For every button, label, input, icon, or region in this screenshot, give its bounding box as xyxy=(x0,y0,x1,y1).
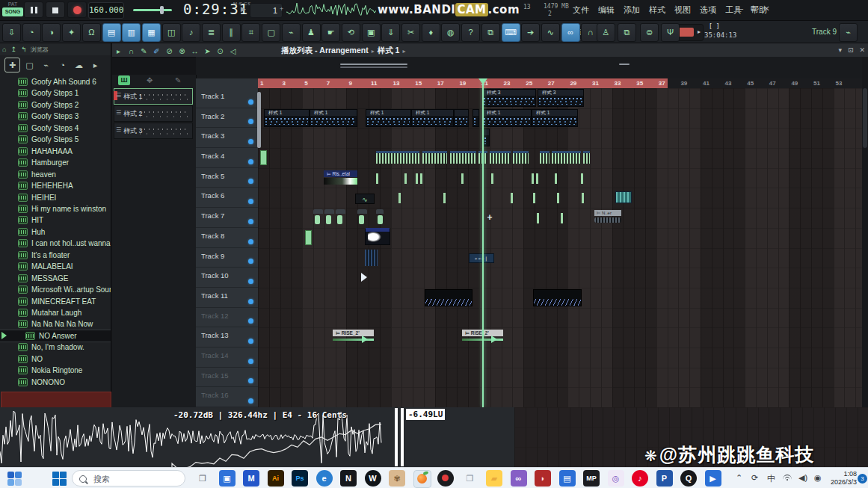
browser-item[interactable]: Hi my name is winston xyxy=(0,203,111,214)
playlist-grid[interactable]: 1357911131517192123252729313335373941434… xyxy=(258,78,868,407)
clip-tick[interactable] xyxy=(532,173,534,184)
track-header[interactable]: Track 16 xyxy=(196,387,258,407)
timeline-ruler[interactable]: 1357911131517192123252729313335373941434… xyxy=(258,78,868,88)
clip-teal[interactable] xyxy=(615,191,632,203)
track-header[interactable]: Track 13 xyxy=(196,327,258,348)
right-scroll-thumb[interactable] xyxy=(863,88,867,148)
bpm-display[interactable]: 160.000 xyxy=(88,2,124,19)
notification-badge[interactable]: 3 xyxy=(858,474,867,484)
track-enable-dot[interactable] xyxy=(248,359,253,364)
track-enable-dot[interactable] xyxy=(248,259,253,264)
track-enable-dot[interactable] xyxy=(248,199,253,204)
pattern-prev-icon[interactable]: ▶ xyxy=(241,5,246,13)
export-icon[interactable]: ⇓ xyxy=(381,23,400,42)
track-enable-dot[interactable] xyxy=(248,378,253,383)
paw-app-icon[interactable]: ✾ xyxy=(389,470,405,487)
clip-pat[interactable] xyxy=(454,109,469,127)
track-header[interactable]: Track 15 xyxy=(196,368,258,388)
playhead-line[interactable] xyxy=(482,78,484,407)
track-enable-dot[interactable] xyxy=(248,219,253,224)
clip-tick[interactable] xyxy=(443,193,446,203)
browser-item[interactable]: I can not hol..ust wanna... xyxy=(0,238,111,249)
visual-studio-icon[interactable]: ∞ xyxy=(511,470,527,487)
microphone-icon[interactable]: ♦ xyxy=(422,23,440,42)
clip-gclip[interactable] xyxy=(260,150,267,165)
qq-icon[interactable]: Q xyxy=(680,470,697,487)
menu-item-添加[interactable]: 添加 xyxy=(624,4,640,16)
browser-item[interactable]: MESSAGE xyxy=(0,273,111,284)
track-header[interactable]: Track 12 xyxy=(196,308,258,328)
microsoft-store-icon[interactable]: ▣ xyxy=(219,470,236,487)
clip-pat[interactable]: 样式 1 xyxy=(366,109,411,127)
clip-pat[interactable]: 样式 1 xyxy=(310,109,357,127)
frame-capture-icon[interactable]: ⧉ xyxy=(481,23,500,42)
track-enable-dot[interactable] xyxy=(248,279,253,284)
help-icon[interactable]: ? xyxy=(461,23,480,42)
mp-app-icon[interactable]: MP xyxy=(583,470,600,487)
omniscope-icon[interactable]: ✦ xyxy=(62,23,81,42)
artist-icon[interactable]: ♟ xyxy=(302,23,321,42)
browser-item[interactable]: NO xyxy=(0,353,111,365)
browser-item[interactable]: NONONO xyxy=(0,377,111,388)
typing-keyboard-toggle[interactable]: ⌨ xyxy=(502,23,520,42)
window-stack-icon[interactable]: ❐ xyxy=(462,470,478,487)
track-header[interactable]: Track 6 xyxy=(196,188,258,208)
menu-item-选项[interactable]: 选项 xyxy=(700,4,716,16)
browser-nav-icon-2[interactable]: ↰ xyxy=(19,46,29,53)
purple-swirl-icon[interactable]: ◎ xyxy=(608,470,624,487)
browser-item[interactable]: Goofy Steps 4 xyxy=(0,123,111,134)
clip-dbars[interactable] xyxy=(365,250,378,266)
slip-tool-icon[interactable]: ✎ xyxy=(138,45,150,58)
browser-highlighted-item[interactable] xyxy=(1,392,111,409)
illustrator-icon[interactable]: Ai xyxy=(268,470,284,487)
clip-tick[interactable] xyxy=(404,173,407,184)
tab-cloud[interactable]: ☁ xyxy=(72,58,86,72)
netease-music-icon[interactable]: ♪ xyxy=(632,470,648,487)
clip-gbars[interactable] xyxy=(552,151,581,164)
channel-rack-toggle[interactable]: ▦ xyxy=(142,23,161,42)
ime-chinese-icon[interactable]: 中 xyxy=(767,473,775,484)
p-hexagon-icon[interactable]: P xyxy=(656,470,673,487)
taskbar-clock[interactable]: 1:08 2026/3/3 xyxy=(827,470,857,487)
clip-tick[interactable] xyxy=(416,173,418,184)
master-volume-dial[interactable]: ◔ xyxy=(22,23,41,42)
playlist-toggle[interactable]: ▤ xyxy=(102,23,121,42)
dot-slider-icon[interactable]: ⊜ xyxy=(640,23,659,42)
wikipedia-icon[interactable]: W xyxy=(365,470,381,487)
master-pitch-dial[interactable]: ◑ xyxy=(42,23,61,42)
copy-pages-icon[interactable]: ⧉ xyxy=(618,23,636,42)
task-view-icon[interactable]: ❐ xyxy=(194,470,211,487)
tab-plugins[interactable]: ⌁ xyxy=(39,58,53,72)
clip-rise[interactable]: ⊨ Ris..etal xyxy=(324,170,357,185)
track-header[interactable]: Track 1 xyxy=(196,88,258,108)
browser-item[interactable]: Goofy Steps 3 xyxy=(0,111,111,122)
browser-item[interactable]: HAHAHAAA xyxy=(0,146,111,157)
track-header[interactable]: Track 5 xyxy=(196,168,258,188)
clip-wav[interactable]: ∿ xyxy=(355,194,375,204)
playlist-pattern-crumb[interactable]: 样式 1 xyxy=(378,46,400,55)
clip-tick[interactable] xyxy=(398,193,401,203)
track-enable-dot[interactable] xyxy=(248,99,253,105)
sliders-icon[interactable]: ∥ xyxy=(222,23,241,42)
clip-gbars[interactable] xyxy=(450,151,476,164)
tray-sync-icon[interactable]: ⟳ xyxy=(751,473,758,483)
volume-icon[interactable]: ◀) xyxy=(798,473,807,483)
clip-plus[interactable]: + xyxy=(484,211,495,223)
start-button[interactable] xyxy=(52,472,67,486)
volume-knob[interactable] xyxy=(160,6,164,14)
clip-mini[interactable] xyxy=(313,209,323,226)
browser-item[interactable]: Goofy Ahh Sound 6 xyxy=(0,76,111,87)
browser-item[interactable]: NO Answer xyxy=(0,330,111,342)
edge-icon[interactable]: e xyxy=(316,470,333,487)
file-explorer-icon[interactable]: ▰ xyxy=(486,470,502,487)
browser-item[interactable]: heaven xyxy=(0,169,111,180)
clip-tick[interactable] xyxy=(376,173,378,184)
browser-item[interactable]: Mutahar Laugh xyxy=(0,307,111,318)
pause-button[interactable] xyxy=(24,1,43,18)
undo-icon[interactable]: ⟲ xyxy=(342,23,360,42)
pattern-selector[interactable]: 1 xyxy=(250,3,283,18)
browser-item[interactable]: Nokia Ringtone xyxy=(0,365,111,376)
browser-item[interactable]: Hamburger xyxy=(0,157,111,168)
pattern-row[interactable]: ☰样式 2 xyxy=(114,105,193,122)
clip-zig[interactable] xyxy=(425,289,473,306)
